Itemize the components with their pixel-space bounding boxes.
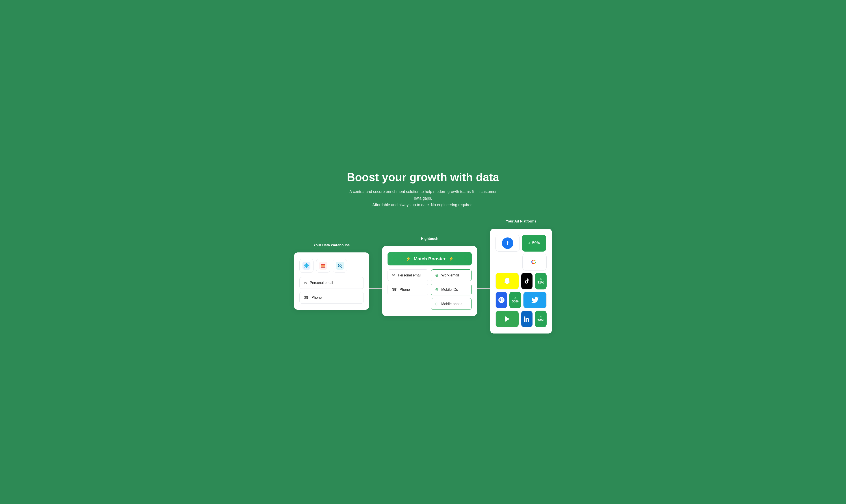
svg-text:G: G xyxy=(531,258,536,265)
svg-rect-15 xyxy=(321,266,325,267)
tiktok-stat: 31% xyxy=(537,281,544,284)
segment-logo xyxy=(316,258,330,273)
hightouch-outputs: ⊕ Work email ⊕ Mobile IDs ⊕ Mobile phone xyxy=(431,269,472,310)
hightouch-column: Hightouch ⚡ Match Booster ⚡ ✉ Personal e… xyxy=(382,237,477,316)
warehouse-column: Your Data Warehouse xyxy=(294,243,369,310)
twitter-icon xyxy=(531,296,539,304)
warehouse-phone: ☎ Phone xyxy=(300,292,364,304)
hightouch-work-email-label: Work email xyxy=(441,273,459,277)
connector-right xyxy=(477,288,490,289)
up-arrow-1 xyxy=(528,242,531,244)
ad-row-4: 36% xyxy=(496,311,546,327)
warehouse-email-label: Personal email xyxy=(310,281,333,285)
ad-row-google: G G xyxy=(496,254,546,270)
plus-icon-email: ⊕ xyxy=(435,273,439,278)
svg-text:?: ? xyxy=(339,265,340,267)
google-cell: G G xyxy=(522,254,546,270)
tiktok-icon xyxy=(524,278,530,284)
ad-platforms-card: f 59% G G xyxy=(490,229,552,334)
hightouch-card: ⚡ Match Booster ⚡ ✉ Personal email ☎ xyxy=(382,246,477,316)
tiktok-cell xyxy=(521,273,533,289)
hero-subtitle: A central and secure enrichment solution… xyxy=(346,188,500,209)
email-icon-ht: ✉ xyxy=(392,273,395,278)
linkedin-icon xyxy=(524,316,530,322)
up-arrow-2 xyxy=(540,278,542,280)
ad-row-2: 31% xyxy=(496,273,546,289)
hightouch-grid: ✉ Personal email ☎ Phone ⊕ Work email xyxy=(388,269,472,310)
hightouch-phone-label: Phone xyxy=(400,288,410,292)
warehouse-icon-row: ? xyxy=(300,258,364,273)
svg-rect-16 xyxy=(321,267,325,268)
hightouch-label: Hightouch xyxy=(421,237,438,241)
hightouch-mobile-phone-label: Mobile phone xyxy=(441,302,463,306)
connector-left xyxy=(369,288,382,289)
hightouch-mobile-phone: ⊕ Mobile phone xyxy=(431,298,472,310)
match-booster-button[interactable]: ⚡ Match Booster ⚡ xyxy=(388,252,472,266)
hightouch-mobile-ids: ⊕ Mobile IDs xyxy=(431,284,472,295)
hero-section: Boost your growth with data A central an… xyxy=(346,170,500,208)
ad-platforms-label: Your Ad Platforms xyxy=(506,219,537,223)
twitter-cell xyxy=(523,292,546,308)
facebook-stat: 59% xyxy=(532,241,540,246)
email-icon: ✉ xyxy=(304,281,307,286)
snapchat-cell xyxy=(496,273,519,289)
snowflake-logo xyxy=(300,258,313,273)
facebook-cell: f xyxy=(496,235,520,252)
svg-rect-14 xyxy=(321,264,325,265)
googleplay-icon xyxy=(503,315,511,323)
plus-icon-mphone: ⊕ xyxy=(435,301,439,306)
facebook-stat-cell: 59% xyxy=(522,235,546,252)
bolt-left-icon: ⚡ xyxy=(406,257,411,261)
power-stat-cell: 55% xyxy=(509,292,521,308)
facebook-icon: f xyxy=(502,237,513,249)
google-icon: G G xyxy=(530,258,539,267)
up-arrow-3 xyxy=(514,297,517,299)
ad-row-1: f 59% xyxy=(496,235,546,252)
hightouch-work-email: ⊕ Work email xyxy=(431,269,472,281)
bolt-right-icon: ⚡ xyxy=(449,257,453,261)
linkedin-stat-cell: 36% xyxy=(535,311,546,327)
linkedin-stat: 36% xyxy=(537,318,544,322)
googleplay-cell xyxy=(496,311,519,327)
hightouch-email-label: Personal email xyxy=(398,273,421,277)
linkedin-cell xyxy=(521,311,533,327)
page-wrapper: Boost your growth with data A central an… xyxy=(269,170,577,333)
query-logo: ? xyxy=(333,258,347,273)
warehouse-label: Your Data Warehouse xyxy=(313,243,349,247)
hightouch-phone: ☎ Phone xyxy=(388,284,428,295)
hightouch-mobile-ids-label: Mobile IDs xyxy=(441,288,458,292)
svg-rect-17 xyxy=(336,262,344,270)
svg-marker-25 xyxy=(505,316,509,322)
power-cell xyxy=(496,292,507,308)
svg-point-27 xyxy=(524,316,525,318)
tiktok-stat-cell: 31% xyxy=(535,273,546,289)
phone-icon-ht: ☎ xyxy=(392,287,397,292)
svg-rect-26 xyxy=(524,318,525,322)
ad-row-3: 55% xyxy=(496,292,546,308)
up-arrow-4 xyxy=(540,316,542,318)
power-stat: 55% xyxy=(512,299,518,303)
warehouse-phone-label: Phone xyxy=(311,295,322,300)
plus-icon-mobile: ⊕ xyxy=(435,287,439,292)
warehouse-card: ? ✉ Personal email ☎ Phone xyxy=(294,252,369,310)
page-title: Boost your growth with data xyxy=(346,170,500,184)
ad-platforms-column: Your Ad Platforms f 59% xyxy=(490,219,552,334)
hightouch-inputs: ✉ Personal email ☎ Phone xyxy=(388,269,428,310)
warehouse-personal-email: ✉ Personal email xyxy=(300,277,364,289)
phone-icon: ☎ xyxy=(304,295,309,300)
match-booster-label: Match Booster xyxy=(414,256,446,262)
hightouch-personal-email: ✉ Personal email xyxy=(388,269,428,281)
diagram-section: Your Data Warehouse xyxy=(269,219,577,334)
power-icon xyxy=(498,297,505,303)
snapchat-icon xyxy=(503,277,511,286)
